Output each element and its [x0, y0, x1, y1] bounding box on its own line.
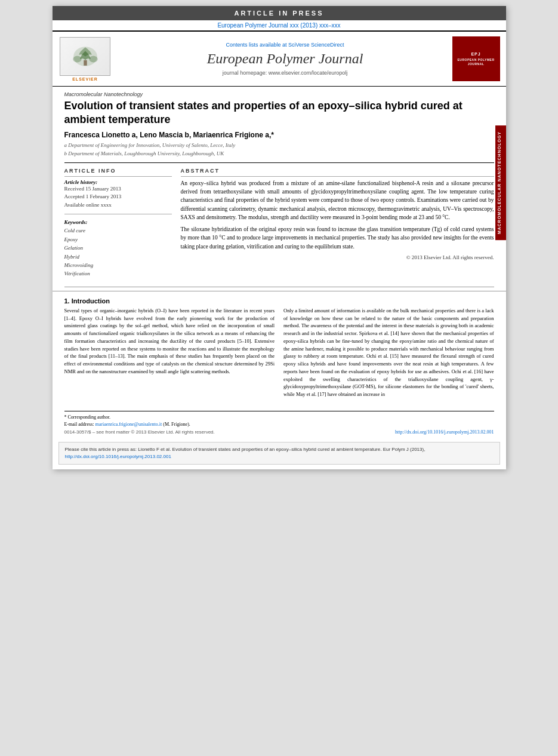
- journal-header-center: Contents lists available at SciVerse Sci…: [118, 42, 452, 76]
- article-in-press-banner: ARTICLE IN PRESS: [53, 6, 506, 20]
- sciverse-text: Contents lists available at SciVerse Sci…: [124, 42, 446, 48]
- authors: Francesca Lionetto a, Leno Mascia b, Mar…: [64, 131, 494, 139]
- keyword-4: Hybrid: [64, 253, 172, 261]
- epj-letters: EPJ: [471, 52, 480, 56]
- article-history: Article history: Received 15 January 201…: [64, 179, 172, 210]
- main-content: Macromolecular Nanotechnology Evolution …: [53, 87, 506, 283]
- intro-right-col: Only a limited amount of information is …: [283, 307, 494, 401]
- introduction-columns: Several types of organic–inorganic hybri…: [64, 307, 494, 401]
- accepted-date: Accepted 1 February 2013: [64, 193, 172, 201]
- svg-point-3: [89, 56, 97, 62]
- author-names: Francesca Lionetto a, Leno Mascia b, Mar…: [64, 131, 274, 139]
- abstract-header: ABSTRACT: [181, 168, 494, 174]
- history-label: Article history:: [64, 179, 172, 185]
- keyword-5: Microvoiding: [64, 261, 172, 269]
- journal-header: ELSEVIER Contents lists available at Sci…: [53, 30, 506, 87]
- corresponding-author: * Corresponding author.: [64, 414, 494, 421]
- keyword-3: Gelation: [64, 244, 172, 252]
- doi-link[interactable]: http://dx.doi.org/10.1016/j.europolymj.2…: [395, 429, 494, 435]
- keyword-6: Vitrification: [64, 269, 172, 278]
- keywords-section: Keywords: Cold cure Epoxy Gelation Hybri…: [64, 219, 172, 278]
- epj-logo: EPJ EUROPEAN POLYMER JOURNAL: [452, 36, 500, 81]
- email-link[interactable]: mariaenrica.frigione@unisalento.it: [95, 422, 162, 427]
- email-label: E-mail address:: [64, 422, 94, 427]
- affiliation-a: a Department of Engineering for Innovati…: [64, 142, 494, 149]
- body-area: 1. Introduction Several types of organic…: [53, 291, 506, 406]
- journal-title: European Polymer Journal: [124, 51, 446, 67]
- section-label: Macromolecular Nanotechnology: [64, 91, 494, 97]
- abstract-paragraph-2: The siloxane hybridization of the origin…: [181, 225, 494, 251]
- article-info-header: ARTICLE INFO: [64, 168, 172, 174]
- affiliation-b: b Department of Materials, Loughborough …: [64, 150, 494, 158]
- svg-rect-1: [84, 60, 87, 65]
- intro-section-title: 1. Introduction: [64, 297, 494, 305]
- keywords-label: Keywords:: [64, 219, 172, 225]
- issn-text: 0014-3057/$ – see front matter © 2013 El…: [64, 429, 215, 435]
- elsevier-logo: ELSEVIER: [58, 37, 112, 81]
- footnote-area: * Corresponding author. E-mail address: …: [64, 411, 494, 428]
- intro-left-col: Several types of organic–inorganic hybri…: [64, 307, 275, 401]
- issn-bar: 0014-3057/$ – see front matter © 2013 El…: [53, 428, 506, 436]
- article-title: Evolution of transient states and proper…: [64, 99, 494, 127]
- sidebar-label: MACROMOLECULAR NANOTECHNOLOGY: [495, 125, 506, 240]
- journal-reference: European Polymer Journal xxx (2013) xxx–…: [53, 20, 506, 30]
- epj-full-name: EUROPEAN POLYMER JOURNAL: [452, 58, 500, 66]
- keyword-2: Epoxy: [64, 235, 172, 244]
- email-footnote: E-mail address: mariaenrica.frigione@uni…: [64, 421, 494, 428]
- article-info-column: ARTICLE INFO Article history: Received 1…: [64, 168, 172, 278]
- journal-homepage: journal homepage: www.elsevier.com/locat…: [124, 70, 446, 76]
- article-info-abstract: ARTICLE INFO Article history: Received 1…: [64, 168, 494, 278]
- online-date: Available online xxxx: [64, 201, 172, 210]
- abstract-column: ABSTRACT An epoxy–silica hybrid was prod…: [181, 168, 494, 278]
- keyword-1: Cold cure: [64, 226, 172, 235]
- intro-left-text: Several types of organic–inorganic hybri…: [64, 307, 275, 376]
- footer-bar: Please cite this article in press as: Li…: [58, 442, 500, 465]
- intro-right-text: Only a limited amount of information is …: [283, 307, 494, 398]
- received-date: Received 15 January 2013: [64, 185, 172, 193]
- footer-text: Please cite this article in press as: Li…: [65, 446, 494, 460]
- footer-doi-link[interactable]: http://dx.doi.org/10.1016/j.europolymj.2…: [65, 454, 171, 459]
- email-note: (M. Frigione).: [163, 422, 190, 427]
- svg-point-2: [73, 56, 81, 62]
- abstract-text: An epoxy–silica hybrid was produced from…: [181, 179, 494, 251]
- abstract-paragraph-1: An epoxy–silica hybrid was produced from…: [181, 179, 494, 222]
- elsevier-wordmark: ELSEVIER: [72, 77, 98, 81]
- copyright: © 2013 Elsevier Ltd. All rights reserved…: [181, 254, 494, 260]
